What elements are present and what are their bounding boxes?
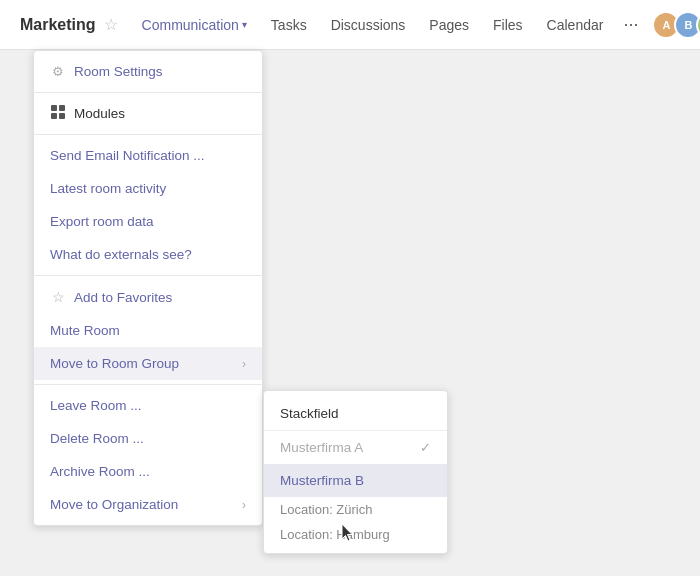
latest-activity-item[interactable]: Latest room activity bbox=[34, 172, 262, 205]
delete-item[interactable]: Delete Room ... bbox=[34, 422, 262, 455]
menu-section-danger: Leave Room ... Delete Room ... Archive R… bbox=[34, 385, 262, 525]
star-icon: ☆ bbox=[50, 289, 66, 305]
leave-label: Leave Room ... bbox=[50, 398, 246, 413]
leave-item[interactable]: Leave Room ... bbox=[34, 389, 262, 422]
submenu-label: Musterfirma B bbox=[280, 473, 364, 488]
more-icon[interactable]: ··· bbox=[619, 14, 642, 35]
send-email-label: Send Email Notification ... bbox=[50, 148, 246, 163]
grid-icon bbox=[50, 105, 66, 122]
export-label: Export room data bbox=[50, 214, 246, 229]
submenu-location-hamburg: Location: Hamburg bbox=[264, 522, 447, 547]
svg-rect-0 bbox=[51, 105, 57, 111]
navbar: Marketing ☆ Communication ▾ Tasks Discus… bbox=[0, 0, 700, 50]
externals-item[interactable]: What do externals see? bbox=[34, 238, 262, 271]
tab-discussions[interactable]: Discussions bbox=[323, 13, 414, 37]
arrow-right-icon: › bbox=[242, 357, 246, 371]
submenu: Stackfield Musterfirma A ✓ Musterfirma B… bbox=[263, 390, 448, 554]
avatar-group: A B C 4 bbox=[658, 11, 700, 39]
menu-section-modules: Modules bbox=[34, 93, 262, 135]
tab-tasks[interactable]: Tasks bbox=[263, 13, 315, 37]
send-email-item[interactable]: Send Email Notification ... bbox=[34, 139, 262, 172]
mute-label: Mute Room bbox=[50, 323, 246, 338]
favorites-label: Add to Favorites bbox=[74, 290, 246, 305]
settings-icon: ⚙ bbox=[50, 64, 66, 79]
export-item[interactable]: Export room data bbox=[34, 205, 262, 238]
menu-section-actions: Send Email Notification ... Latest room … bbox=[34, 135, 262, 276]
tab-files[interactable]: Files bbox=[485, 13, 531, 37]
tab-communication[interactable]: Communication ▾ bbox=[134, 13, 255, 37]
svg-rect-3 bbox=[59, 113, 65, 119]
delete-label: Delete Room ... bbox=[50, 431, 246, 446]
move-org-label: Move to Organization bbox=[50, 497, 234, 512]
latest-activity-label: Latest room activity bbox=[50, 181, 246, 196]
svg-rect-1 bbox=[59, 105, 65, 111]
modules-header: Modules bbox=[34, 97, 262, 130]
submenu-location-zurich: Location: Zürich bbox=[264, 497, 447, 522]
menu-section-settings: ⚙ Room Settings bbox=[34, 51, 262, 93]
favorites-item[interactable]: ☆ Add to Favorites bbox=[34, 280, 262, 314]
context-menu: ⚙ Room Settings Modules bbox=[33, 50, 263, 526]
move-group-item[interactable]: Move to Room Group › bbox=[34, 347, 262, 380]
svg-rect-2 bbox=[51, 113, 57, 119]
tab-pages[interactable]: Pages bbox=[421, 13, 477, 37]
project-title: Marketing bbox=[20, 16, 96, 34]
room-settings-item[interactable]: ⚙ Room Settings bbox=[34, 55, 262, 88]
submenu-header: Stackfield bbox=[264, 397, 447, 431]
externals-label: What do externals see? bbox=[50, 247, 246, 262]
menu-section-favorites: ☆ Add to Favorites Mute Room Move to Roo… bbox=[34, 276, 262, 385]
chevron-down-icon: ▾ bbox=[242, 19, 247, 30]
archive-label: Archive Room ... bbox=[50, 464, 246, 479]
mute-item[interactable]: Mute Room bbox=[34, 314, 262, 347]
check-icon: ✓ bbox=[420, 440, 431, 455]
move-group-label: Move to Room Group bbox=[50, 356, 234, 371]
star-icon[interactable]: ☆ bbox=[104, 15, 118, 34]
archive-item[interactable]: Archive Room ... bbox=[34, 455, 262, 488]
room-settings-label: Room Settings bbox=[74, 64, 246, 79]
tab-calendar[interactable]: Calendar bbox=[539, 13, 612, 37]
main-content: ⚙ Room Settings Modules bbox=[0, 50, 700, 576]
submenu-item-musterfirma-a[interactable]: Musterfirma A ✓ bbox=[264, 431, 447, 464]
submenu-label: Musterfirma A bbox=[280, 440, 363, 455]
move-org-item[interactable]: Move to Organization › bbox=[34, 488, 262, 521]
arrow-right-icon: › bbox=[242, 498, 246, 512]
submenu-item-musterfirma-b[interactable]: Musterfirma B bbox=[264, 464, 447, 497]
